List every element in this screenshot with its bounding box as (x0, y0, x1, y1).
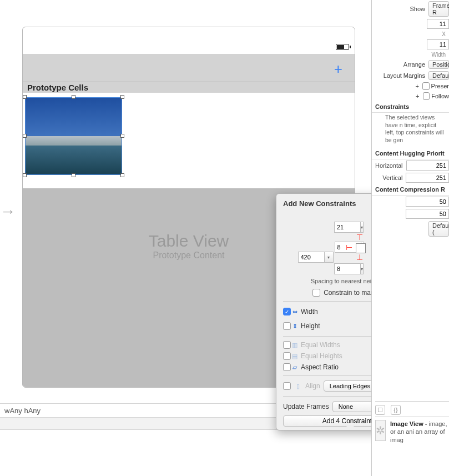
width-dim-field[interactable] (427, 39, 449, 49)
arrange-select[interactable]: Position (428, 60, 449, 69)
show-label: Show (375, 6, 428, 12)
align-checkbox[interactable] (283, 382, 291, 390)
x-field[interactable] (427, 19, 449, 29)
height-label: Height (301, 322, 377, 330)
library-item-title: Image View (390, 420, 423, 427)
width-checkbox[interactable]: ✓ (283, 308, 291, 315)
library-item-text: Image View - image, or an ani an array o… (390, 420, 449, 444)
size-class-control[interactable]: wAny hAny (4, 407, 309, 415)
image-content (25, 97, 122, 175)
ccr-field-2[interactable] (406, 209, 449, 219)
arrange-label: Arrange (375, 61, 428, 68)
constraints-header: Constraints (372, 101, 449, 113)
align-label: Align (305, 382, 320, 390)
aspect-ratio-icon: ▱ (291, 363, 299, 371)
align-icon: ▯ (294, 382, 302, 390)
resize-handle[interactable] (23, 134, 27, 138)
aspect-ratio-checkbox[interactable] (283, 363, 291, 371)
library-code-icon[interactable]: {} (391, 405, 401, 415)
resize-handle[interactable] (23, 173, 27, 177)
layout-margins-label: Layout Margins (375, 72, 428, 79)
resize-handle[interactable] (72, 173, 75, 177)
height-checkbox[interactable] (283, 322, 291, 330)
image-view-selected[interactable] (25, 97, 122, 175)
follow-checkbox[interactable] (423, 92, 430, 100)
ccr-default-select[interactable]: Default ( (428, 221, 449, 237)
x-sublabel: X (442, 31, 446, 37)
resize-handle[interactable] (120, 134, 124, 138)
width-label: Width (301, 308, 377, 315)
chp-vertical-field[interactable] (406, 173, 449, 183)
resize-handle[interactable] (23, 95, 27, 99)
pin-right-field[interactable] (298, 252, 325, 263)
follow-label: Follow (431, 93, 449, 99)
equal-heights-icon: ▤ (291, 352, 299, 360)
pin-left-strut-icon[interactable]: ⊢ (342, 243, 356, 252)
chp-vertical-label: Vertical (375, 174, 406, 181)
battery-icon (336, 44, 349, 50)
library-file-icon[interactable]: ☐ (375, 405, 385, 415)
status-bar (23, 43, 355, 53)
pin-right-dropdown[interactable]: ▾ (325, 252, 334, 263)
segue-arrow-icon: → (0, 203, 16, 221)
constraints-description: The selected views have n time, explicit… (372, 113, 449, 148)
navigation-bar[interactable]: + (23, 54, 355, 82)
content-compression-header: Content Compression R (372, 184, 449, 196)
width-sublabel: Width (431, 52, 446, 58)
pin-bottom-field[interactable] (334, 263, 361, 274)
library-tabs: ☐ {} (375, 401, 449, 415)
layout-margins-select[interactable]: Default (428, 71, 449, 80)
equal-heights-checkbox[interactable] (283, 352, 291, 360)
preserve-checkbox[interactable] (422, 82, 430, 90)
add-bar-button[interactable]: + (334, 61, 342, 78)
chp-horizontal-field[interactable] (406, 161, 449, 171)
width-icon: ⇔ (291, 308, 299, 315)
preserve-label: Preser (431, 83, 449, 89)
resize-handle[interactable] (120, 95, 124, 99)
inspector-panel: Show Frame R X Width Arrange Position La… (371, 0, 449, 476)
height-icon: ⇕ (291, 322, 299, 330)
constrain-margins-checkbox[interactable] (312, 289, 320, 297)
prototype-cells-header: Prototype Cells (23, 82, 355, 93)
chp-horizontal-label: Horizontal (375, 162, 406, 169)
show-select[interactable]: Frame R (428, 1, 449, 17)
content-hugging-header: Content Hugging Priorit (372, 148, 449, 159)
resize-handle[interactable] (120, 173, 124, 177)
ccr-field-1[interactable] (406, 197, 449, 207)
pin-bottom-dropdown[interactable]: ▾ (361, 263, 364, 274)
equal-widths-checkbox[interactable] (283, 341, 291, 349)
pin-top-strut-icon[interactable]: ⊤ (356, 233, 364, 242)
equal-widths-icon: ▥ (291, 341, 299, 349)
pin-top-field[interactable] (334, 222, 361, 233)
image-view-thumbnail-icon: ✲ (375, 420, 386, 441)
library-item-image-view[interactable]: ✲ Image View - image, or an ani an array… (375, 416, 449, 444)
pin-top-dropdown[interactable]: ▾ (361, 222, 364, 233)
update-frames-label: Update Frames (283, 403, 329, 410)
resize-handle[interactable] (72, 95, 75, 99)
pin-bottom-strut-icon[interactable]: ⊥ (356, 253, 364, 262)
